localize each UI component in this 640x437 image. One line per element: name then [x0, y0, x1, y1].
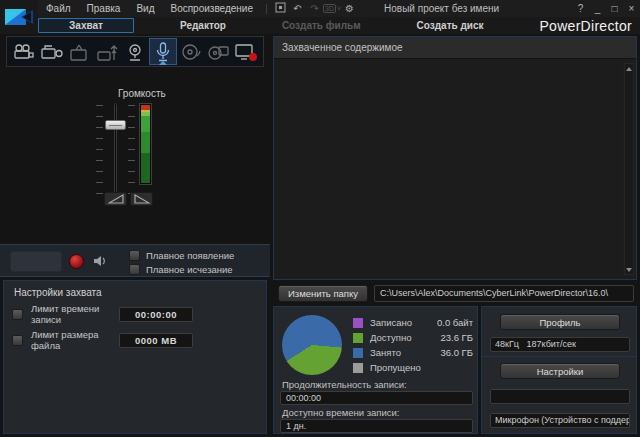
scroll-up-icon[interactable]	[625, 64, 633, 73]
volume-slider-handle[interactable]	[105, 120, 126, 130]
maximize-button[interactable]: □	[606, 3, 623, 14]
menu-view[interactable]: Вид	[128, 0, 162, 17]
capture-right-panel: Захваченное содержимое Изменить папку C:…	[270, 35, 640, 437]
close-button[interactable]: ×	[623, 3, 640, 14]
capture-folder-path[interactable]: C:\Users\Alex\Documents\CyberLink\PowerD…	[374, 285, 634, 302]
tab-capture[interactable]: Захват	[38, 18, 134, 33]
dvd-camcorder-icon[interactable]	[204, 38, 232, 65]
ramp-down-button[interactable]	[130, 192, 153, 206]
screen-recording-icon[interactable]	[232, 38, 260, 65]
microphone-icon[interactable]	[149, 38, 177, 65]
tab-editor[interactable]: Редактор	[180, 20, 226, 31]
panel-divider	[482, 356, 636, 357]
help-button[interactable]: ?	[572, 3, 589, 14]
captured-content-header: Захваченное содержимое	[274, 37, 636, 59]
fade-in-label: Плавное появление	[146, 250, 234, 261]
webcam-icon[interactable]	[121, 38, 149, 65]
select-window-icon[interactable]	[272, 2, 289, 15]
size-limit-checkbox[interactable]	[12, 335, 23, 346]
disk-stats-panel: Записано 0.0 байт Доступно 23.6 ГБ Занят…	[273, 306, 478, 434]
legend-value-available: 23.6 ГБ	[440, 332, 473, 343]
3d-mode-icon[interactable]: 3D	[323, 4, 336, 13]
legend-value-used: 36.0 ГБ	[440, 347, 473, 358]
profile-info-field: 48кГц 187кбит/сек	[490, 337, 630, 352]
capture-left-panel: Громкость Плавное появление	[0, 35, 270, 437]
app-logo-icon	[0, 0, 38, 34]
fade-out-checkbox[interactable]	[129, 264, 140, 275]
profile-settings-panel: Профиль 48кГц 187кбит/сек Настройки Микр…	[481, 306, 637, 434]
capture-source-toolbar	[6, 36, 264, 67]
dv-camcorder-icon[interactable]	[10, 38, 38, 65]
powerdirector-window: Файл Правка Вид Воспроизведение ↶ ↷ 3D ˅…	[0, 0, 640, 437]
redo-icon[interactable]: ↷	[306, 3, 323, 14]
volume-ticks-right	[128, 105, 135, 197]
profile-button[interactable]: Профиль	[500, 314, 620, 330]
legend-row-available: Доступно 23.6 ГБ	[353, 332, 473, 343]
tv-signal-icon[interactable]	[66, 38, 94, 65]
toolbar-separator	[266, 4, 267, 14]
legend-swatch-recorded	[353, 318, 363, 328]
record-button[interactable]	[69, 254, 84, 269]
tab-create-disc[interactable]: Создать диск	[417, 20, 484, 31]
menu-playback[interactable]: Воспроизведение	[162, 0, 261, 17]
menu-bar: Файл Правка Вид Воспроизведение ↶ ↷ 3D ˅…	[38, 0, 640, 17]
mode-tabs: Захват Редактор Создать фильм Создать ди…	[38, 17, 640, 34]
fade-out-row: Плавное исчезание	[129, 264, 233, 275]
legend-value-recorded: 0.0 байт	[437, 317, 473, 328]
legend-swatch-available	[353, 333, 363, 343]
available-time-label: Доступно времени записи:	[282, 407, 400, 418]
fade-in-row: Плавное появление	[129, 250, 234, 261]
capture-settings-title: Настройки захвата	[14, 287, 102, 298]
speaker-icon[interactable]	[93, 254, 107, 272]
size-limit-label: Лимит размера файла	[31, 329, 119, 351]
legend-row-dropped: Пропущено	[353, 362, 473, 373]
size-limit-input[interactable]: 0000 MB	[119, 333, 193, 348]
duration-label: Продолжительность записи:	[282, 379, 407, 390]
scroll-down-icon[interactable]	[625, 265, 633, 274]
audio-cd-icon[interactable]	[177, 38, 205, 65]
brand-logo-text: PowerDirector	[539, 18, 632, 34]
time-limit-label: Лимит времени записи	[31, 303, 119, 325]
hdv-camcorder-icon[interactable]	[38, 38, 66, 65]
capture-settings-panel: Настройки захвата Лимит времени записи 0…	[3, 280, 267, 434]
fade-out-label: Плавное исчезание	[146, 264, 233, 275]
ramp-up-button[interactable]	[104, 192, 127, 206]
legend-swatch-used	[353, 348, 363, 358]
settings-extra-field	[490, 389, 630, 404]
time-limit-checkbox[interactable]	[12, 309, 23, 320]
tab-produce: Создать фильм	[282, 20, 361, 31]
volume-slider-track[interactable]	[114, 103, 117, 199]
volume-label: Громкость	[118, 88, 166, 99]
legend-swatch-dropped	[353, 363, 363, 373]
captured-content-list[interactable]	[275, 60, 622, 278]
legend-row-recorded: Записано 0.0 байт	[353, 317, 473, 328]
captured-content-title: Захваченное содержимое	[282, 42, 403, 53]
duration-field: 00:00:00	[280, 391, 473, 405]
captured-content-panel: Захваченное содержимое	[273, 36, 637, 280]
fade-in-checkbox[interactable]	[129, 250, 140, 261]
record-timecode-display	[10, 251, 62, 272]
titlebar: Файл Правка Вид Воспроизведение ↶ ↷ 3D ˅…	[0, 0, 640, 34]
capture-device-field[interactable]: Микрофон (Устройство с поддержкой ...	[490, 413, 630, 428]
settings-button[interactable]: Настройки	[500, 363, 620, 379]
change-folder-button[interactable]: Изменить папку	[278, 285, 368, 302]
undo-icon[interactable]: ↶	[289, 3, 306, 14]
menu-file[interactable]: Файл	[38, 0, 79, 17]
time-limit-input[interactable]: 00:00:00	[119, 307, 193, 322]
project-title: Новый проект без имени	[384, 3, 499, 14]
minimize-button[interactable]: _	[589, 3, 606, 14]
size-limit-row: Лимит размера файла 0000 MB	[12, 332, 258, 348]
digital-tv-signal-icon[interactable]	[93, 38, 121, 65]
legend-row-used: Занято 36.0 ГБ	[353, 347, 473, 358]
disk-usage-pie-chart	[282, 315, 342, 375]
audio-level-meter	[139, 103, 152, 185]
preferences-gear-icon[interactable]: ⚙	[341, 3, 358, 14]
captured-content-scrollbar[interactable]	[624, 63, 634, 275]
time-limit-row: Лимит времени записи 00:00:00	[12, 306, 258, 322]
menu-edit[interactable]: Правка	[79, 0, 129, 17]
volume-ticks-left	[96, 105, 103, 197]
main-area: Громкость Плавное появление	[0, 35, 640, 437]
record-bar: Плавное появление Плавное исчезание	[0, 244, 270, 277]
available-time-field: 1 дн.	[280, 419, 473, 433]
